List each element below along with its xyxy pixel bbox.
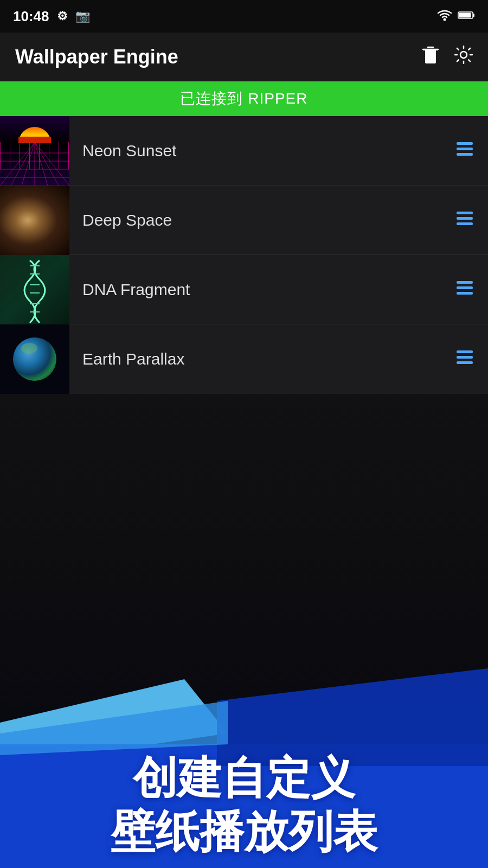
svg-rect-30 (457, 281, 473, 284)
svg-line-17 (35, 142, 69, 186)
bottom-banner: 创建自定义 壁纸播放列表 (0, 625, 488, 868)
svg-rect-2 (473, 14, 474, 17)
item-menu-button[interactable] (441, 211, 488, 229)
thumbnail-deep-space (0, 186, 69, 255)
svg-rect-34 (457, 356, 473, 359)
list-item[interactable]: Earth Parallax (0, 324, 488, 394)
svg-rect-33 (457, 350, 473, 353)
svg-rect-31 (457, 286, 473, 289)
settings-button[interactable] (454, 46, 473, 68)
svg-rect-32 (457, 292, 473, 295)
svg-point-5 (460, 52, 467, 58)
dark-area: 创建自定义 壁纸播放列表 (0, 394, 488, 868)
svg-rect-4 (423, 49, 438, 50)
wifi-icon (437, 9, 452, 24)
svg-line-11 (0, 142, 35, 186)
status-icons (437, 9, 475, 24)
list-item[interactable]: Deep Space (0, 186, 488, 255)
svg-rect-22 (457, 217, 473, 220)
wallpaper-list: Neon Sunset Deep Space (0, 116, 488, 394)
list-item[interactable]: DNA Fragment (0, 255, 488, 324)
svg-rect-20 (457, 153, 473, 156)
connected-banner: 已连接到 RIPPER (0, 81, 488, 116)
wallpaper-name: DNA Fragment (69, 280, 441, 299)
svg-rect-19 (457, 148, 473, 150)
svg-line-16 (35, 142, 59, 186)
svg-line-15 (35, 142, 48, 186)
settings-status-icon: ⚙ (57, 9, 68, 23)
svg-line-12 (11, 142, 35, 186)
banner-text: 创建自定义 壁纸播放列表 (0, 751, 488, 858)
status-bar: 10:48 ⚙ 📷 (0, 0, 488, 33)
app-title: Wallpaper Engine (15, 46, 178, 68)
time: 10:48 (13, 8, 49, 25)
status-left: 10:48 ⚙ 📷 (13, 8, 90, 25)
svg-rect-18 (457, 142, 473, 145)
svg-rect-21 (457, 212, 473, 214)
thumbnail-neon-sunset (0, 116, 69, 186)
screenshot-icon: 📷 (75, 9, 90, 23)
thumbnail-dna-fragment (0, 255, 69, 324)
wallpaper-name: Neon Sunset (69, 142, 441, 160)
list-item[interactable]: Neon Sunset (0, 116, 488, 186)
item-menu-button[interactable] (441, 350, 488, 368)
item-menu-button[interactable] (441, 280, 488, 299)
app-bar-actions (422, 45, 473, 69)
app-bar: Wallpaper Engine (0, 33, 488, 81)
battery-icon (458, 9, 475, 23)
svg-rect-3 (459, 13, 471, 18)
svg-rect-35 (457, 361, 473, 364)
connected-text: 已连接到 RIPPER (180, 88, 307, 109)
wallpaper-name: Deep Space (69, 211, 441, 229)
item-menu-button[interactable] (441, 142, 488, 160)
svg-point-0 (444, 18, 446, 21)
delete-button[interactable] (422, 45, 439, 69)
wallpaper-name: Earth Parallax (69, 350, 441, 368)
svg-line-13 (22, 142, 35, 186)
thumbnail-earth-parallax (0, 324, 69, 394)
svg-rect-23 (457, 222, 473, 225)
